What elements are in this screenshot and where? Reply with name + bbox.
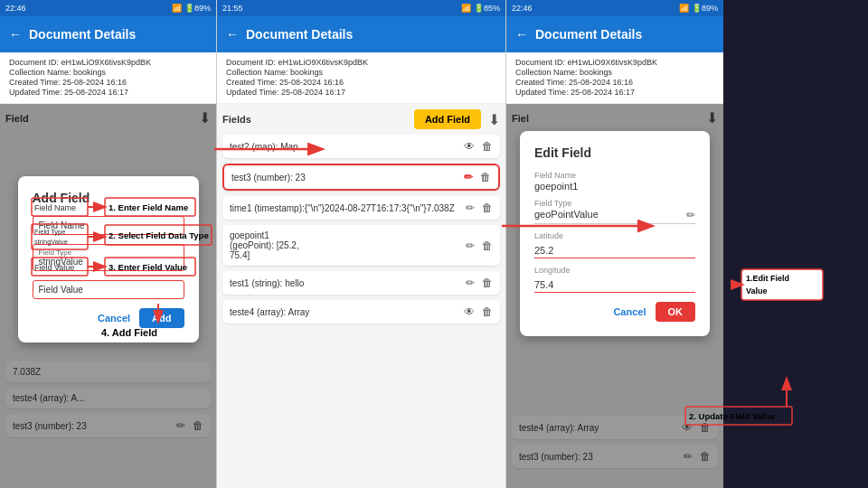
field-type-label-text: Field Type — [39, 249, 83, 257]
add-field-button[interactable]: Add Field — [414, 109, 481, 129]
center-app-bar: ← Document Details — [217, 16, 505, 52]
edit-longitude-label: Longitude — [534, 266, 695, 275]
delete-icon[interactable]: 🗑 — [482, 239, 493, 252]
delete-icon[interactable]: 🗑 — [482, 140, 493, 153]
center-doc-updated: Updated Time: 25-08-2024 16:17 — [226, 88, 496, 97]
field-value-form-group: Field Value — [33, 280, 184, 299]
svg-text:Value: Value — [746, 286, 768, 296]
left-doc-collection: Collection Name: bookings — [9, 68, 207, 77]
delete-icon[interactable]: 🗑 — [482, 305, 493, 318]
center-doc-collection: Collection Name: bookings — [226, 68, 496, 77]
center-fields-label: Fields — [222, 114, 251, 125]
edit-field-dialog-actions: Cancel OK — [534, 302, 695, 322]
center-phone-panel: 21:55 📶 🔋85% ← Document Details Document… — [217, 0, 506, 488]
field-type-form-group: Field Type stringValue — [33, 244, 184, 271]
edit-field-type-label: Field Type — [534, 199, 695, 208]
edit-field-name-value: goepoint1 — [534, 181, 695, 192]
right-doc-created: Created Time: 25-08-2024 16:16 — [515, 78, 714, 87]
list-item: test1 (string): hello ✏ 🗑 — [222, 271, 500, 295]
list-item: test2 (map): Map 👁 🗑 — [222, 135, 500, 158]
right-app-title: Document Details — [535, 27, 642, 42]
right-app-bar: ← Document Details — [506, 16, 723, 52]
edit-field-name-group: Field Name goepoint1 — [534, 171, 695, 192]
field-value-label-text: Field Value — [39, 285, 83, 295]
left-back-arrow[interactable]: ← — [9, 27, 22, 42]
left-app-title: Document Details — [29, 27, 136, 42]
ok-button[interactable]: OK — [656, 302, 696, 322]
cancel-button[interactable]: Cancel — [98, 308, 130, 328]
center-app-title: Document Details — [246, 27, 353, 42]
left-doc-updated: Updated Time: 25-08-2024 16:17 — [9, 88, 207, 97]
longitude-input[interactable] — [534, 277, 695, 293]
delete-icon[interactable]: 🗑 — [480, 171, 491, 183]
add-field-dialog-overlay: Add Field Field Name Field Type stringVa… — [0, 104, 216, 488]
right-doc-collection: Collection Name: bookings — [515, 68, 714, 77]
center-back-arrow[interactable]: ← — [226, 27, 239, 42]
left-status-icons: 📶 🔋89% — [172, 4, 211, 13]
center-doc-created: Created Time: 25-08-2024 16:16 — [226, 78, 496, 87]
edit-latitude-group: Latitude — [534, 231, 695, 258]
right-time: 22:46 — [512, 4, 533, 13]
edit-field-dialog-title: Edit Field — [534, 145, 695, 160]
edit-longitude-group: Longitude — [534, 266, 695, 293]
edit-field-type-group: Field Type geoPointValue ✏ — [534, 199, 695, 224]
left-status-bar: 22:46 📶 🔋89% — [0, 0, 216, 16]
edit-field-type-edit-icon[interactable]: ✏ — [686, 209, 695, 221]
right-fields-area: Fiel ⬇ Edit Field Field Name goepoint1 F… — [506, 104, 723, 488]
center-fields-area: test2 (map): Map 👁 🗑 test3 (number): 23 … — [217, 135, 505, 488]
right-status-icons: 📶 🔋89% — [679, 4, 718, 13]
svg-text:1.Edit Field: 1.Edit Field — [746, 274, 789, 283]
right-doc-info: Document ID: eH1wLiO9X6tivsK9pdBK Collec… — [506, 52, 723, 104]
edit-icon[interactable]: ✏ — [466, 239, 475, 252]
center-status-icons: 📶 🔋85% — [461, 4, 500, 13]
field-name-form-group: Field Name — [33, 216, 184, 235]
right-doc-updated: Updated Time: 25-08-2024 16:17 — [515, 88, 714, 97]
edit-field-dialog-overlay: Edit Field Field Name goepoint1 Field Ty… — [506, 104, 723, 488]
left-time: 22:46 — [5, 4, 26, 13]
list-item: test3 (number): 23 ✏ 🗑 — [222, 164, 500, 191]
add-button[interactable]: Add — [139, 308, 184, 328]
edit-icon[interactable]: ✏ — [466, 202, 475, 214]
view-icon[interactable]: 👁 — [464, 140, 475, 153]
list-item: goepoint1(geoPoint): [25.2,75.4] ✏ 🗑 — [222, 225, 500, 266]
latitude-input[interactable] — [534, 243, 695, 258]
edit-field-dialog: Edit Field Field Name goepoint1 Field Ty… — [520, 131, 710, 336]
right-back-arrow[interactable]: ← — [515, 27, 528, 42]
list-item: teste4 (array): Array 👁 🗑 — [222, 300, 500, 324]
delete-icon[interactable]: 🗑 — [482, 277, 493, 289]
center-doc-info: Document ID: eH1wLiO9X6tivsK9pdBK Collec… — [217, 52, 505, 104]
left-doc-created: Created Time: 25-08-2024 16:16 — [9, 78, 207, 87]
edit-field-type-value: geoPointValue — [534, 209, 599, 220]
right-status-bar: 22:46 📶 🔋89% — [506, 0, 723, 16]
field-name-input-box[interactable]: Field Name — [33, 216, 184, 235]
left-app-bar: ← Document Details — [0, 16, 216, 52]
field-name-label-text: Field Name — [39, 221, 85, 230]
center-download-icon[interactable]: ⬇ — [488, 111, 500, 128]
field-value-input-box[interactable]: Field Value — [33, 280, 184, 299]
center-fields-header: Fields Add Field ⬇ — [217, 104, 505, 135]
edit-field-name-label: Field Name — [534, 171, 695, 180]
edit-icon[interactable]: ✏ — [464, 171, 473, 183]
edit-cancel-button[interactable]: Cancel — [613, 302, 646, 322]
view-icon[interactable]: 👁 — [464, 305, 475, 318]
delete-icon[interactable]: 🗑 — [482, 202, 493, 214]
add-field-dialog: Add Field Field Name Field Type stringVa… — [18, 176, 199, 343]
center-time: 21:55 — [222, 4, 243, 13]
list-item: time1 (timestamp):{"\n"}2024-08-27T16:17… — [222, 196, 500, 220]
left-doc-id: Document ID: eH1wLiO9X6tivsK9pdBK — [9, 58, 207, 67]
center-status-bar: 21:55 📶 🔋85% — [217, 0, 505, 16]
edit-icon[interactable]: ✏ — [466, 277, 475, 289]
edit-latitude-label: Latitude — [534, 231, 695, 240]
svg-rect-20 — [741, 269, 823, 300]
right-doc-id: Document ID: eH1wLiO9X6tivsK9pdBK — [515, 58, 714, 67]
left-fields-area: Field ⬇ Add Field Field Name Field T — [0, 104, 216, 488]
left-doc-info: Document ID: eH1wLiO9X6tivsK9pdBK Collec… — [0, 52, 216, 104]
left-phone-panel: 22:46 📶 🔋89% ← Document Details Document… — [0, 0, 217, 488]
add-field-dialog-actions: Cancel Add — [33, 308, 184, 328]
field-type-input-box[interactable]: Field Type stringValue — [33, 244, 184, 271]
field-type-value-text: stringValue — [39, 257, 83, 267]
right-phone-panel: 22:46 📶 🔋89% ← Document Details Document… — [506, 0, 723, 488]
center-doc-id: Document ID: eH1wLiO9X6tivsK9pdBK — [226, 58, 496, 67]
add-field-dialog-title: Add Field — [33, 191, 184, 205]
